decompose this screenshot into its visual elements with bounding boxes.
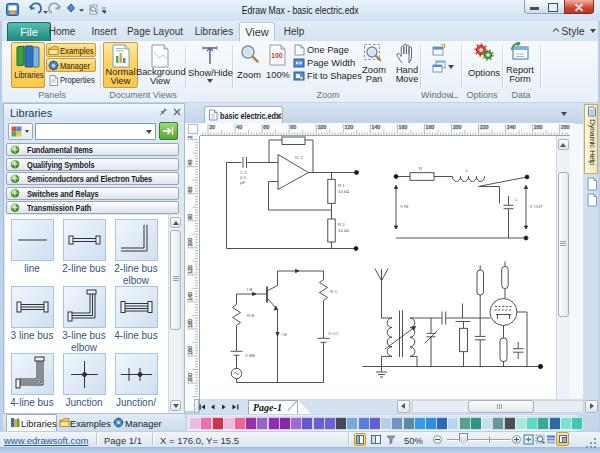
svg-text:R 2: R 2 — [338, 222, 345, 227]
svg-text:40: 40 — [187, 160, 193, 166]
svg-text:20: 20 — [209, 124, 215, 130]
svg-text:20: 20 — [187, 136, 193, 138]
svg-text:R: R — [419, 166, 422, 171]
svg-text:IC 1: IC 1 — [295, 155, 303, 160]
svg-text:240: 240 — [507, 124, 516, 130]
svg-text:100: 100 — [271, 52, 283, 59]
svg-text:L: L — [466, 168, 469, 173]
svg-text:200: 200 — [453, 124, 462, 130]
svg-text:40: 40 — [236, 124, 242, 130]
svg-text:R 1: R 1 — [338, 183, 345, 188]
svg-text:V IN: V IN — [400, 204, 408, 209]
svg-text:100: 100 — [187, 238, 193, 247]
svg-text:160: 160 — [399, 124, 408, 130]
svg-text:I E: I E — [282, 332, 287, 337]
svg-text:C: C — [515, 197, 518, 202]
svg-text:µF: µF — [240, 180, 245, 185]
svg-text:140: 140 — [187, 292, 193, 301]
svg-text:280: 280 — [561, 124, 570, 130]
svg-text:100: 100 — [317, 124, 326, 130]
svg-text:180: 180 — [426, 124, 435, 130]
svg-text:80: 80 — [290, 124, 296, 130]
svg-text:R C: R C — [330, 289, 337, 294]
svg-text:220: 220 — [480, 124, 489, 130]
svg-text:60: 60 — [263, 124, 269, 130]
svg-text:120: 120 — [187, 265, 193, 274]
svg-text:260: 260 — [534, 124, 543, 130]
svg-text:10 kΩ: 10 kΩ — [338, 189, 350, 194]
svg-text:80: 80 — [187, 214, 193, 220]
svg-text:60: 60 — [187, 187, 193, 193]
svg-text:R B: R B — [247, 313, 254, 318]
svg-text:200: 200 — [187, 373, 193, 382]
svg-text:120: 120 — [344, 124, 353, 130]
svg-text:10 kΩ: 10 kΩ — [338, 228, 350, 233]
svg-text:V BB: V BB — [245, 353, 255, 358]
svg-text:V CC: V CC — [328, 331, 338, 336]
svg-text:160: 160 — [187, 319, 193, 328]
svg-text:180: 180 — [187, 346, 193, 355]
svg-text:I B: I B — [247, 287, 252, 292]
svg-text:V OUT: V OUT — [530, 204, 544, 209]
svg-text:140: 140 — [372, 124, 381, 130]
